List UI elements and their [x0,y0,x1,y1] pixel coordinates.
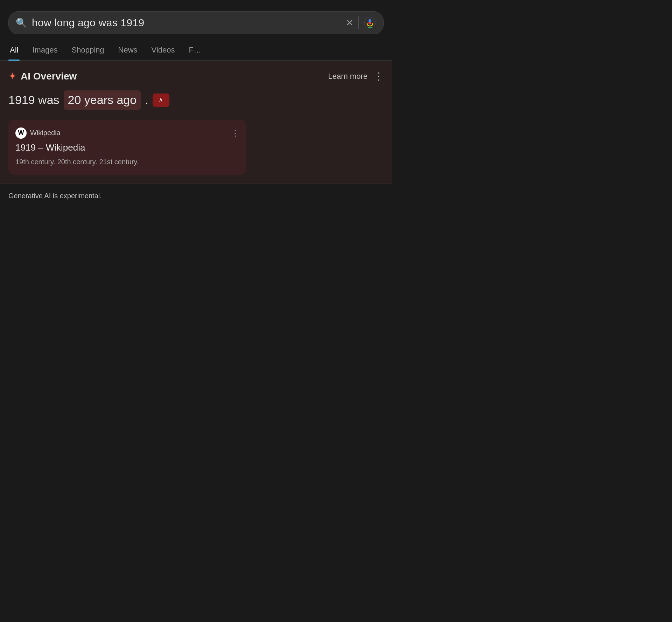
tab-videos[interactable]: Videos [150,40,176,60]
ai-overview-title-group: ✦ AI Overview [8,70,77,82]
collapse-button[interactable]: ∧ [153,94,169,107]
source-snippet: 19th century. 20th century. 21st century… [15,157,239,167]
answer-text: 1919 was 20 years ago . ∧ [8,90,384,110]
search-bar-container: 🔍 how long ago was 1919 ✕ [0,0,392,40]
tab-more[interactable]: F… [187,40,202,60]
footer-note: Generative AI is experimental. [0,184,392,208]
ai-overview-header: ✦ AI Overview Learn more ⋮ [8,70,384,82]
answer-suffix: . [145,92,148,109]
source-title-group: W Wikipedia [15,127,61,139]
learn-more-button[interactable]: Learn more [328,72,368,81]
ai-overview-title: AI Overview [21,71,77,82]
ai-spark-icon: ✦ [8,70,16,82]
svg-rect-2 [369,22,371,24]
tab-shopping[interactable]: Shopping [70,40,106,60]
wikipedia-icon: W [15,127,27,139]
search-bar: 🔍 how long ago was 1919 ✕ [8,11,384,34]
tab-images[interactable]: Images [31,40,59,60]
source-card[interactable]: W Wikipedia ⋮ 1919 – Wikipedia 19th cent… [8,120,246,175]
source-link-title[interactable]: 1919 – Wikipedia [15,142,239,153]
answer-highlighted: 20 years ago [64,90,141,110]
search-icon: 🔍 [16,18,27,28]
tab-all[interactable]: All [8,40,20,60]
search-query-text[interactable]: how long ago was 1919 [32,17,341,29]
divider [358,16,359,29]
answer-prefix: 1919 was [8,92,59,109]
source-name: Wikipedia [30,129,61,137]
clear-icon[interactable]: ✕ [346,18,354,28]
chevron-up-icon: ∧ [159,96,163,104]
source-more-options-icon[interactable]: ⋮ [231,128,239,138]
ai-overview-actions: Learn more ⋮ [328,70,384,82]
footer-text: Generative AI is experimental. [8,192,102,200]
source-card-header: W Wikipedia ⋮ [15,127,239,139]
ai-overview-section: ✦ AI Overview Learn more ⋮ 1919 was 20 y… [0,61,392,184]
more-options-icon[interactable]: ⋮ [374,70,384,82]
mic-icon[interactable] [364,16,376,29]
tabs-container: All Images Shopping News Videos F… [0,40,392,61]
tab-news[interactable]: News [117,40,139,60]
